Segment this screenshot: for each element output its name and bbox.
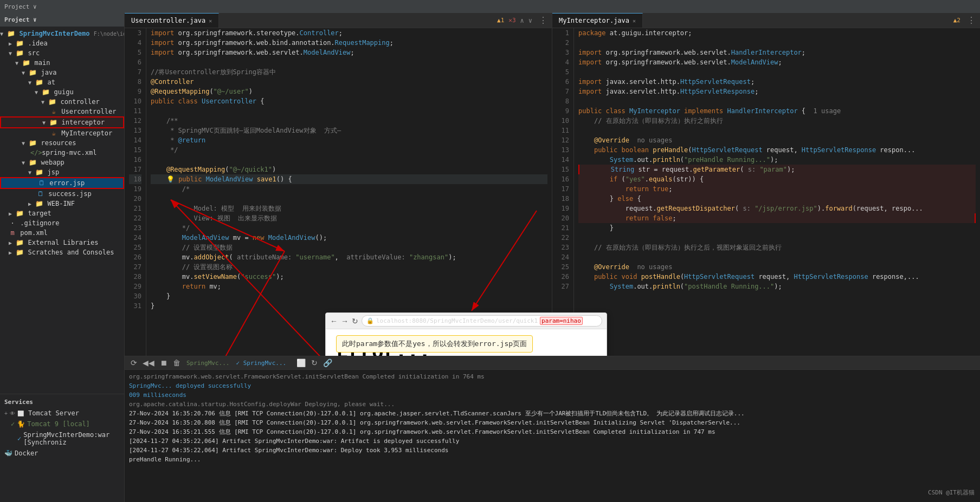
code-line-4: import org.springframework.web.bind.anno…: [151, 38, 547, 48]
rcode-8: [578, 96, 976, 106]
toolbar-back-btn[interactable]: ◀◀: [141, 357, 156, 368]
rcode-3: import org.springframework.web.servlet.H…: [578, 48, 976, 57]
nav-down-btn[interactable]: ∨: [526, 17, 534, 24]
code-line-24: ModelAndView mv = new ModelAndView();: [151, 233, 547, 243]
folder-icon-scratches: 📁: [16, 249, 24, 256]
toolbar-clear-btn[interactable]: 🗑: [171, 357, 182, 368]
browser-url-bar[interactable]: 🔒 localhost:8080/SpringMvcInterDemo/user…: [362, 315, 602, 327]
more-options-left[interactable]: ⋮: [534, 15, 552, 25]
tree-item-usercontroller[interactable]: ☕ Usercontroller: [0, 107, 124, 116]
tree-item-gitignore[interactable]: · .gitignore: [0, 218, 124, 228]
code-line-8: @Controller: [151, 77, 547, 87]
code-line-5: import org.springframework.web.servlet.M…: [151, 48, 547, 57]
service-item-tomcat-server[interactable]: + 👁 ⬜ Tomcat Server: [0, 408, 124, 419]
expand-icon-interceptor: ▼: [42, 120, 46, 126]
tree-item-scratches[interactable]: ▶ 📁 Scratches and Consoles: [0, 247, 124, 257]
code-line-30: }: [151, 291, 547, 301]
bottom-area: ⟳ ◀◀ ⏹ 🗑 SpringMvc... ✓ SpringMvc... ⬜ ↻…: [125, 356, 980, 502]
interceptor-label: interceptor: [62, 119, 105, 126]
tree-item-root[interactable]: ▼ 📁 SpringMvcInterDemo F:\node\idea\Spri…: [0, 29, 124, 38]
service-item-docker[interactable]: 🐳 Docker: [0, 448, 124, 459]
right-editor-wrapper: MyInterceptor.java ✕ ▲2 ⋮ 1 2 3 4: [552, 13, 980, 356]
rcode-27: System.out.println("postHandle Running..…: [578, 282, 976, 291]
folder-icon-jsp: 📁: [35, 168, 43, 176]
tree-item-error-jsp[interactable]: 🗒 error.jsp: [0, 177, 124, 189]
bottom-log-content: org.springframework.web.servlet.Framewor…: [125, 370, 980, 502]
tree-item-controller[interactable]: ▼ 📁 controller: [0, 97, 124, 107]
rln24: 24: [557, 252, 569, 262]
browser-back-btn[interactable]: ←: [330, 317, 338, 325]
app-container: Project ∨ Project ∨ ▼ 📁 SpringMvcInterDe…: [0, 0, 980, 502]
tab-close-left[interactable]: ✕: [209, 18, 212, 24]
tree-item-springmvc-xml[interactable]: </> spring-mvc.xml: [0, 148, 124, 158]
left-line-numbers: 3 4 5 6 7 8 9 10 11 12 13 14 15: [125, 28, 146, 356]
tree-item-java[interactable]: ▼ 📁 java: [0, 68, 124, 77]
tree-item-src[interactable]: ▼ 📁 src: [0, 48, 124, 58]
rln4: 4: [557, 57, 569, 67]
folder-icon-controller: 📁: [48, 98, 56, 106]
expand-icon: ▼: [0, 31, 3, 37]
java-file-icon2: ☕: [50, 129, 57, 137]
code-line-25: // 设置模型数据: [151, 243, 547, 252]
annotation-bubble: 此时param参数值不是yes，所以会转发到error.jsp页面: [336, 335, 533, 353]
tab-usercontroller[interactable]: Usercontroller.java ✕: [125, 13, 219, 28]
folder-icon-main: 📁: [22, 59, 30, 67]
rln20: 20: [557, 213, 569, 223]
service-item-tomcat-running[interactable]: ✓ 🐈 Tomcat 9 [local]: [0, 419, 124, 429]
tab-myinterceptor[interactable]: MyInterceptor.java ✕: [552, 13, 643, 28]
ln7: 7: [129, 67, 141, 77]
tree-item-pomxml[interactable]: m pom.xml: [0, 228, 124, 238]
toolbar-stop-btn[interactable]: ⏹: [158, 357, 169, 368]
toolbar-btn2[interactable]: ⬜: [295, 357, 307, 368]
expand-icon-extlibs: ▶: [9, 240, 12, 246]
log-line-6: 27-Nov-2024 16:35:20.808 信息 [RMI TCP Con…: [129, 418, 976, 427]
browser-refresh-btn[interactable]: ↻: [352, 317, 358, 325]
browser-forward-btn[interactable]: →: [341, 317, 349, 325]
expand-icon-resources: ▼: [22, 140, 25, 146]
springmvc-xml-label: spring-mvc.xml: [42, 149, 96, 157]
tree-item-ext-libs[interactable]: ▶ 📁 External Libraries: [0, 238, 124, 247]
tree-item-jsp-folder[interactable]: ▼ 📁 jsp: [0, 167, 124, 177]
tree-item-myinterceptor[interactable]: ☕ MyInterceptor: [0, 128, 124, 138]
code-line-13: * SpringMVC页面跳转—返回ModelAndView对象 方式—: [151, 126, 547, 135]
tree-item-success-jsp[interactable]: 🗒 success.jsp: [0, 189, 124, 199]
right-code-editor[interactable]: 1 2 3 4 5 6 7 8 9 10 11 12 13: [552, 28, 980, 356]
service-item-artifact[interactable]: ✓ SpringMvcInterDemo:war [Synchroniz: [0, 429, 124, 448]
tree-item-interceptor[interactable]: ▼ 📁 interceptor: [0, 116, 124, 128]
ln12: 12: [129, 116, 141, 126]
service-tomcat-local-label: Tomcat 9 [local]: [27, 420, 90, 428]
expand-icon-guigu: ▼: [35, 89, 38, 95]
toolbar-rerun-btn[interactable]: ⟳: [129, 357, 139, 368]
sidebar-project-label: Project ∨: [4, 16, 37, 23]
nav-up-btn[interactable]: ∧: [518, 17, 526, 24]
rln17: 17: [557, 184, 569, 194]
toolbar-btn4[interactable]: 🔗: [321, 357, 334, 368]
ln28: 28: [129, 272, 141, 282]
tree-item-webapp[interactable]: ▼ 📁 webapp: [0, 158, 124, 167]
ln15: 15: [129, 145, 141, 155]
tab-usercontroller-label: Usercontroller.java: [131, 17, 205, 24]
ln17: 17: [129, 165, 141, 174]
tree-item-main[interactable]: ▼ 📁 main: [0, 58, 124, 68]
editors-row: Usercontroller.java ✕ ▲1 ✕3 ∧ ∨ ⋮ 3 4: [125, 13, 980, 356]
code-line-29: return mv;: [151, 282, 547, 291]
toolbar-btn3[interactable]: ↻: [310, 357, 319, 368]
java-file-icon: ☕: [50, 108, 57, 115]
code-line-22: View: 视图 出来显示数据: [151, 213, 547, 223]
rcode-11: [578, 126, 976, 135]
code-line-20: [151, 194, 547, 204]
tree-item-at[interactable]: ▼ 📁 at: [0, 77, 124, 87]
tree-item-webinf[interactable]: ▶ 📁 WEB-INF: [0, 199, 124, 208]
left-code-editor[interactable]: 3 4 5 6 7 8 9 10 11 12 13 14 15: [125, 28, 552, 356]
rln2: 2: [557, 38, 569, 48]
rln3: 3: [557, 48, 569, 57]
tree-item-target[interactable]: ▶ 📁 target: [0, 208, 124, 218]
tree-item-idea[interactable]: ▶ 📁 .idea: [0, 38, 124, 48]
ln21: 21: [129, 204, 141, 213]
tab-close-right[interactable]: ✕: [633, 18, 636, 24]
tree-item-resources[interactable]: ▼ 📁 resources: [0, 138, 124, 148]
tree-item-guigu[interactable]: ▼ 📁 guigu: [0, 87, 124, 97]
code-line-9: @RequestMapping("@~/user"): [151, 87, 547, 96]
more-options-right[interactable]: ⋮: [963, 15, 980, 25]
deployed-status: ✓ SpringMvc...: [236, 360, 286, 367]
